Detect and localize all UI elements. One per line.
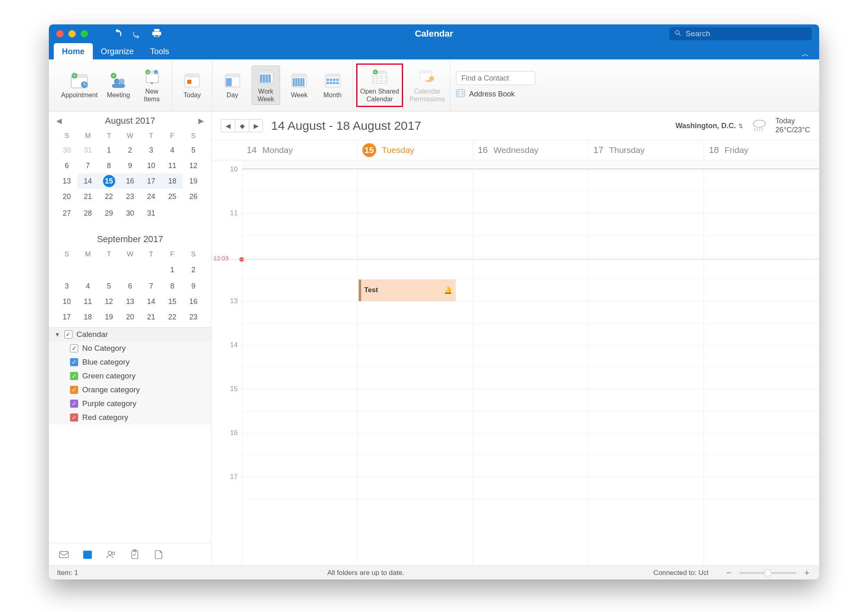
- calendar-event[interactable]: Test 🔔: [359, 279, 456, 301]
- day-header[interactable]: 15 Tuesday: [357, 140, 473, 160]
- open-shared-calendar-button[interactable]: + Open Shared Calendar: [359, 66, 401, 105]
- prev-month-icon[interactable]: ◀: [56, 116, 62, 125]
- mini-cal-day[interactable]: [183, 204, 204, 222]
- calendar-nav-icon[interactable]: [81, 549, 94, 561]
- mini-cal-day[interactable]: 6: [120, 278, 141, 294]
- mini-cal-day[interactable]: 22: [162, 309, 183, 325]
- mini-cal-day[interactable]: 3: [56, 278, 77, 294]
- notes-nav-icon[interactable]: [152, 549, 164, 561]
- day-column[interactable]: [588, 169, 704, 566]
- mini-cal-day[interactable]: 18: [162, 173, 183, 189]
- mini-cal-day[interactable]: 20: [56, 189, 77, 204]
- all-day-row[interactable]: [242, 160, 819, 169]
- mini-cal-day[interactable]: 2: [120, 142, 141, 158]
- day-header[interactable]: 14 Monday: [242, 140, 357, 160]
- mini-cal-day[interactable]: 29: [99, 204, 120, 222]
- category-orange[interactable]: Orange category: [49, 383, 211, 397]
- tasks-nav-icon[interactable]: [129, 549, 141, 561]
- mini-cal-day[interactable]: 4: [162, 142, 183, 158]
- mini-cal-day[interactable]: [77, 261, 99, 278]
- mail-nav-icon[interactable]: [58, 549, 70, 561]
- day-header[interactable]: 17 Thursday: [588, 140, 704, 160]
- day-header[interactable]: 16 Wednesday: [473, 140, 588, 160]
- mini-cal-day[interactable]: 5: [183, 142, 204, 158]
- zoom-window-button[interactable]: [81, 30, 88, 37]
- mini-cal-day[interactable]: [120, 261, 141, 278]
- mini-cal-day[interactable]: 13: [56, 173, 77, 189]
- mini-cal-day[interactable]: 7: [140, 278, 162, 294]
- mini-cal-day[interactable]: 31: [140, 204, 162, 222]
- meeting-button[interactable]: + Meeting: [104, 70, 133, 101]
- mini-cal-day[interactable]: 15: [162, 294, 183, 309]
- week-view-button[interactable]: Week: [285, 70, 313, 101]
- mini-cal-day[interactable]: 26: [183, 189, 204, 204]
- checkbox-icon[interactable]: [70, 344, 78, 352]
- mini-cal-day[interactable]: 1: [162, 261, 183, 278]
- mini-cal-day[interactable]: 23: [183, 309, 204, 325]
- mini-cal-day[interactable]: 16: [183, 294, 204, 309]
- mini-cal-day[interactable]: 30: [56, 142, 77, 158]
- today-nav-icon[interactable]: ◆: [235, 120, 249, 132]
- search-box[interactable]: [669, 27, 812, 40]
- minimize-window-button[interactable]: [68, 30, 76, 37]
- checkbox-icon[interactable]: [70, 386, 78, 394]
- close-window-button[interactable]: [56, 30, 64, 37]
- zoom-in-button[interactable]: +: [803, 568, 811, 578]
- mini-cal-day[interactable]: 13: [120, 294, 141, 309]
- mini-cal-day[interactable]: 31: [77, 142, 99, 158]
- print-icon[interactable]: [151, 28, 162, 40]
- month-view-button[interactable]: Month: [318, 70, 347, 101]
- mini-cal-day[interactable]: [56, 261, 77, 278]
- mini-cal-day[interactable]: 2: [183, 261, 204, 278]
- mini-cal-day[interactable]: 20: [120, 309, 141, 325]
- mini-cal-day[interactable]: 19: [183, 173, 204, 189]
- mini-cal-day[interactable]: 8: [162, 278, 183, 294]
- zoom-slider[interactable]: [739, 572, 796, 574]
- mini-cal-day[interactable]: 21: [77, 189, 99, 204]
- checkbox-icon[interactable]: [70, 372, 78, 380]
- people-nav-icon[interactable]: [105, 549, 117, 561]
- find-contact-input[interactable]: [456, 71, 535, 85]
- mini-cal-day[interactable]: 9: [120, 158, 141, 173]
- day-header[interactable]: 18 Friday: [704, 140, 819, 160]
- mini-cal-day[interactable]: 12: [183, 158, 204, 173]
- zoom-out-button[interactable]: −: [725, 568, 733, 578]
- category-green[interactable]: Green category: [49, 369, 211, 383]
- search-input[interactable]: [686, 29, 807, 38]
- mini-cal-day[interactable]: 1: [99, 142, 120, 158]
- mini-cal-day[interactable]: [162, 204, 183, 222]
- mini-cal-day[interactable]: 25: [162, 189, 183, 204]
- checkbox-icon[interactable]: [70, 358, 78, 366]
- mini-cal-day[interactable]: 8: [99, 158, 120, 173]
- tab-home[interactable]: Home: [54, 43, 93, 59]
- mini-cal-day[interactable]: 16: [120, 173, 141, 189]
- mini-cal-day[interactable]: 11: [77, 294, 99, 309]
- mini-cal-day[interactable]: 17: [140, 173, 162, 189]
- tab-organize[interactable]: Organize: [93, 43, 142, 59]
- mini-cal-day[interactable]: 10: [140, 158, 162, 173]
- mini-cal-day[interactable]: [140, 261, 162, 278]
- mini-cal-day[interactable]: 17: [56, 309, 77, 325]
- category-purple[interactable]: Purple category: [49, 397, 211, 411]
- mini-cal-day[interactable]: 10: [56, 294, 77, 309]
- day-column[interactable]: [704, 169, 819, 566]
- prev-week-icon[interactable]: ◀: [221, 120, 235, 132]
- mini-cal-day[interactable]: 5: [99, 278, 120, 294]
- time-grid[interactable]: 10111314151617 Test 🔔 12:03: [212, 160, 819, 566]
- mini-cal-day[interactable]: 21: [140, 309, 162, 325]
- mini-cal-day[interactable]: 27: [56, 204, 77, 222]
- mini-cal-day[interactable]: 12: [99, 294, 120, 309]
- mini-cal-day[interactable]: 23: [120, 189, 141, 204]
- next-week-icon[interactable]: ▶: [249, 120, 263, 132]
- mini-cal-day[interactable]: 7: [77, 158, 99, 173]
- mini-cal-day[interactable]: 14: [140, 294, 162, 309]
- appointment-button[interactable]: + Appointment: [59, 70, 99, 101]
- mini-cal-day[interactable]: 19: [99, 309, 120, 325]
- category-blue[interactable]: Blue category: [49, 355, 211, 369]
- new-items-button[interactable]: + New Items: [138, 66, 166, 105]
- mini-cal-day[interactable]: 6: [56, 158, 77, 173]
- category-no-category[interactable]: No Category: [49, 341, 211, 355]
- calendar-permissions-button[interactable]: Calendar Permissions: [408, 66, 447, 105]
- mini-cal-day[interactable]: 24: [140, 189, 162, 204]
- calendar-tree-header[interactable]: ▼ Calendar: [49, 328, 211, 341]
